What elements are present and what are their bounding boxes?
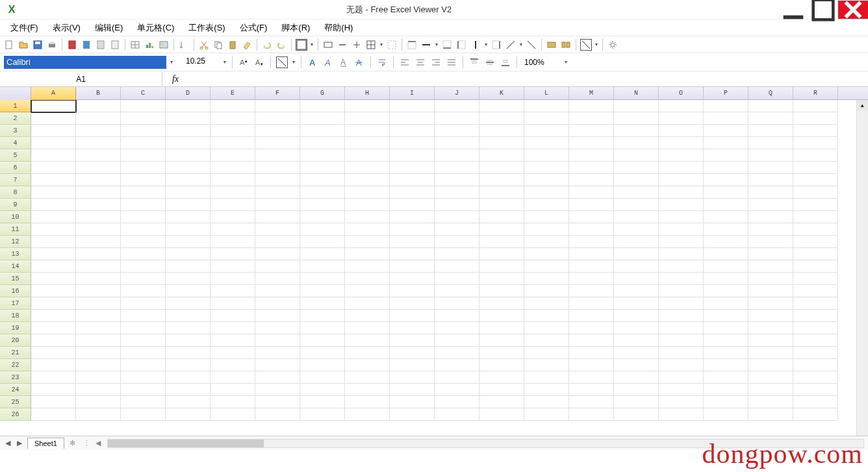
cell[interactable] — [479, 359, 524, 371]
align-right-icon[interactable] — [430, 56, 442, 68]
cell[interactable] — [435, 125, 479, 137]
cell[interactable] — [569, 125, 614, 137]
column-header[interactable]: K — [479, 87, 524, 100]
cell[interactable] — [121, 371, 166, 384]
cell[interactable] — [345, 347, 390, 359]
cell[interactable] — [704, 100, 748, 112]
cell[interactable] — [479, 310, 524, 322]
cell[interactable] — [479, 273, 524, 285]
cell[interactable] — [793, 112, 838, 125]
menu-file[interactable]: 文件(F) — [4, 20, 45, 36]
valign-top-icon[interactable] — [468, 56, 480, 68]
cell[interactable] — [614, 199, 659, 211]
cell[interactable] — [614, 174, 659, 186]
column-header[interactable]: B — [76, 87, 121, 100]
column-header[interactable]: C — [121, 87, 166, 100]
row-header[interactable]: 24 — [0, 384, 31, 396]
row-header[interactable]: 16 — [0, 285, 31, 297]
cell[interactable] — [659, 211, 704, 223]
maximize-button[interactable] — [808, 1, 838, 19]
cell[interactable] — [76, 347, 121, 359]
cell[interactable] — [31, 137, 76, 149]
menu-view[interactable]: 表示(V) — [46, 20, 87, 36]
cell[interactable] — [614, 273, 659, 285]
cell[interactable] — [255, 334, 300, 347]
cell[interactable] — [255, 297, 300, 310]
sheet-nav-next[interactable]: ▶ — [14, 439, 25, 447]
cell[interactable] — [659, 347, 704, 359]
cell[interactable] — [345, 223, 390, 236]
column-header[interactable]: O — [659, 87, 704, 100]
sheet-nav-prev[interactable]: ◀ — [3, 439, 13, 447]
cell[interactable] — [569, 149, 614, 162]
cell[interactable] — [345, 371, 390, 384]
cell[interactable] — [300, 211, 345, 223]
column-header[interactable]: F — [255, 87, 300, 100]
cell[interactable] — [659, 236, 704, 248]
row-header[interactable]: 17 — [0, 297, 31, 310]
cell[interactable] — [793, 334, 838, 347]
cell[interactable] — [524, 149, 569, 162]
cell[interactable] — [300, 273, 345, 285]
cell[interactable] — [121, 347, 166, 359]
cell[interactable] — [748, 199, 793, 211]
row-header[interactable]: 4 — [0, 137, 31, 149]
cell[interactable] — [479, 396, 524, 408]
cell[interactable] — [659, 186, 704, 199]
cell[interactable] — [166, 162, 211, 174]
cell[interactable] — [255, 396, 300, 408]
cell[interactable] — [659, 223, 704, 236]
cell[interactable] — [121, 260, 166, 273]
cell[interactable] — [614, 334, 659, 347]
cell[interactable] — [345, 149, 390, 162]
cell[interactable] — [793, 347, 838, 359]
cell[interactable] — [166, 248, 211, 260]
cell[interactable] — [793, 149, 838, 162]
cell[interactable] — [390, 310, 435, 322]
cell[interactable] — [211, 408, 255, 421]
cell[interactable] — [76, 359, 121, 371]
cell[interactable] — [211, 112, 255, 125]
cell[interactable] — [704, 248, 748, 260]
cell[interactable] — [435, 285, 479, 297]
cell[interactable] — [659, 260, 704, 273]
cell[interactable] — [569, 223, 614, 236]
cell[interactable] — [390, 322, 435, 334]
cell[interactable] — [166, 359, 211, 371]
cell[interactable] — [748, 297, 793, 310]
cell[interactable] — [704, 137, 748, 149]
cell[interactable] — [659, 297, 704, 310]
cell[interactable] — [31, 248, 76, 260]
cell[interactable] — [345, 297, 390, 310]
cell[interactable] — [211, 162, 255, 174]
cell[interactable] — [211, 236, 255, 248]
increase-font-icon[interactable]: A▴ — [238, 56, 249, 68]
cell[interactable] — [704, 408, 748, 421]
cell[interactable] — [793, 396, 838, 408]
cell[interactable] — [614, 248, 659, 260]
cell[interactable] — [345, 125, 390, 137]
cell[interactable] — [300, 137, 345, 149]
cell[interactable] — [300, 297, 345, 310]
cell[interactable] — [793, 297, 838, 310]
cell[interactable] — [255, 408, 300, 421]
cell[interactable] — [166, 310, 211, 322]
cell[interactable] — [166, 396, 211, 408]
cell[interactable] — [524, 137, 569, 149]
cell[interactable] — [76, 334, 121, 347]
cell[interactable] — [524, 211, 569, 223]
cell[interactable] — [435, 174, 479, 186]
cell[interactable] — [435, 186, 479, 199]
cell[interactable] — [121, 236, 166, 248]
cell[interactable] — [524, 112, 569, 125]
cell[interactable] — [748, 273, 793, 285]
vertical-scrollbar[interactable]: ▴ — [856, 100, 868, 436]
cell[interactable] — [300, 347, 345, 359]
settings-icon[interactable] — [607, 39, 619, 51]
cell[interactable] — [300, 359, 345, 371]
cell[interactable] — [704, 162, 748, 174]
row-header[interactable]: 19 — [0, 322, 31, 334]
table-icon[interactable] — [129, 39, 141, 51]
cell[interactable] — [345, 174, 390, 186]
copy-icon[interactable] — [212, 39, 224, 51]
